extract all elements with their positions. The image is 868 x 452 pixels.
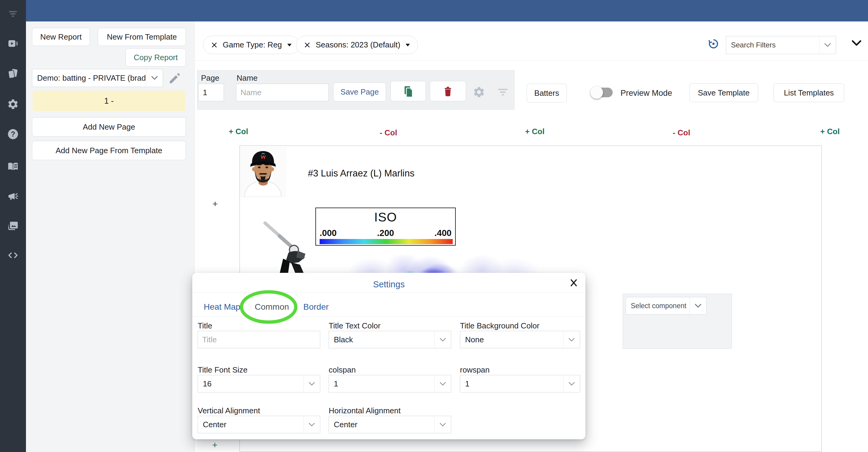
new-report-button[interactable]: New Report	[32, 28, 90, 46]
select-value: 1	[329, 375, 434, 392]
list-templates-button[interactable]: List Templates	[774, 83, 844, 102]
docs-book-icon[interactable]	[7, 161, 19, 172]
vertical-alignment-select[interactable]: Center	[198, 416, 320, 433]
top-navigation-bar	[26, 0, 868, 22]
colspan-label: colspan	[329, 365, 356, 375]
filter-chip-game-type[interactable]: Game Type: Reg	[203, 36, 300, 54]
rowspan-select[interactable]: 1	[460, 375, 580, 393]
report-builder-app: ? New Report New From Template Copy Repo…	[0, 0, 868, 452]
chip-label: Game Type: Reg	[223, 40, 282, 50]
add-new-page-from-template-button[interactable]: Add New Page From Template	[32, 141, 186, 160]
app-sidebar: ?	[0, 0, 26, 452]
chevron-down-icon[interactable]	[405, 43, 410, 47]
chevron-down-icon	[563, 331, 580, 348]
chevron-down-icon	[690, 297, 706, 314]
page-label: Page	[201, 74, 219, 83]
close-icon[interactable]	[568, 278, 579, 288]
copy-report-button[interactable]: Copy Report	[126, 48, 186, 66]
delete-page-button[interactable]	[430, 81, 466, 101]
select-value: 16	[198, 375, 303, 392]
horizontal-alignment-select[interactable]: Center	[329, 416, 451, 433]
legend-title: ISO	[316, 210, 455, 225]
horizontal-alignment-label: Horizontal Alignment	[329, 406, 401, 416]
filter-lines-icon[interactable]	[7, 8, 19, 20]
gear-icon[interactable]	[7, 98, 19, 110]
save-page-button[interactable]: Save Page	[333, 83, 386, 102]
select-value: Center	[329, 416, 434, 433]
add-column-control[interactable]: + Col	[229, 127, 248, 136]
copy-document-icon	[402, 85, 414, 98]
title-input[interactable]	[198, 331, 320, 348]
title-text-color-label: Title Text Color	[329, 321, 380, 331]
cards-icon[interactable]	[7, 68, 19, 80]
title-text-color-select[interactable]: Black	[329, 331, 451, 348]
chevron-down-icon	[303, 375, 320, 392]
image-gallery-icon[interactable]	[7, 220, 19, 232]
select-value: None	[460, 331, 563, 348]
select-value: Black	[329, 331, 434, 348]
remove-column-control[interactable]: - Col	[380, 128, 397, 138]
report-select[interactable]: Demo: batting - PRIVATE (brad...	[32, 69, 163, 87]
trash-icon	[442, 85, 453, 97]
search-filters-placeholder: Search Filters	[726, 36, 819, 54]
colspan-select[interactable]: 1	[329, 375, 451, 393]
select-component-dropdown[interactable]: Select component	[626, 297, 707, 314]
select-value: 1	[460, 375, 563, 392]
chevron-down-icon[interactable]	[287, 43, 292, 47]
rowspan-label: rowspan	[460, 365, 490, 375]
tab-heat-map[interactable]: Heat Map	[204, 302, 240, 312]
page-list-item[interactable]: 1 -	[33, 91, 185, 111]
chevron-down-icon	[146, 69, 163, 87]
page-name-input[interactable]	[236, 84, 329, 101]
title-background-color-select[interactable]: None	[460, 331, 580, 348]
title-font-size-label: Title Font Size	[198, 365, 247, 375]
iso-legend: ISO .000 .200 .400	[315, 207, 456, 246]
settings-modal: Settings Heat Map Common Border Title Ti…	[192, 273, 586, 439]
code-icon[interactable]	[7, 249, 19, 261]
collapse-filters-chevron-icon[interactable]	[852, 40, 861, 47]
copy-page-button[interactable]	[391, 81, 426, 101]
preview-mode-toggle[interactable]	[592, 88, 613, 97]
save-template-button[interactable]: Save Template	[689, 83, 758, 102]
title-label: Title	[198, 321, 212, 331]
page-settings-gear-icon[interactable]	[473, 86, 485, 98]
new-from-template-button[interactable]: New From Template	[98, 28, 186, 46]
batters-button[interactable]: Batters	[527, 84, 567, 103]
chip-label: Seasons: 2023 (Default)	[316, 40, 400, 50]
add-row-control[interactable]: +	[212, 440, 218, 450]
select-component-placeholder: Select component	[626, 297, 690, 314]
remove-column-control[interactable]: - Col	[673, 128, 690, 138]
report-panel: New Report New From Template Copy Report…	[26, 22, 195, 452]
chevron-down-icon	[819, 36, 836, 54]
add-column-control[interactable]: + Col	[820, 127, 840, 136]
announcements-icon[interactable]	[7, 190, 19, 202]
svg-text:?: ?	[11, 130, 15, 138]
history-icon[interactable]	[708, 38, 719, 50]
empty-component-cell: Select component	[623, 294, 732, 349]
modal-divider	[192, 292, 586, 292]
edit-pencil-icon[interactable]	[168, 72, 181, 85]
page-number-input[interactable]	[198, 84, 224, 101]
remove-filter-icon[interactable]	[211, 41, 218, 49]
legend-tick-max: .400	[435, 228, 452, 238]
filter-chip-seasons[interactable]: Seasons: 2023 (Default)	[296, 36, 418, 54]
filter-bar-divider	[195, 60, 868, 61]
help-icon[interactable]: ?	[7, 128, 19, 140]
legend-gradient-bar	[320, 239, 453, 244]
tab-common[interactable]: Common	[255, 302, 285, 312]
page-filter-icon[interactable]	[497, 88, 508, 97]
remove-filter-icon[interactable]	[304, 41, 311, 49]
modal-divider	[192, 316, 586, 317]
video-library-icon[interactable]	[7, 37, 19, 50]
add-row-control[interactable]: +	[213, 199, 218, 209]
title-background-color-label: Title Background Color	[460, 321, 539, 331]
player-photo	[240, 147, 286, 197]
add-new-page-button[interactable]: Add New Page	[32, 117, 186, 137]
add-column-control[interactable]: + Col	[525, 127, 545, 136]
name-label: Name	[237, 74, 257, 83]
modal-title: Settings	[192, 280, 586, 289]
search-filters-combobox[interactable]: Search Filters	[726, 36, 836, 54]
vertical-alignment-label: Vertical Alignment	[198, 406, 260, 416]
title-font-size-select[interactable]: 16	[198, 375, 320, 393]
tab-border[interactable]: Border	[303, 302, 329, 312]
